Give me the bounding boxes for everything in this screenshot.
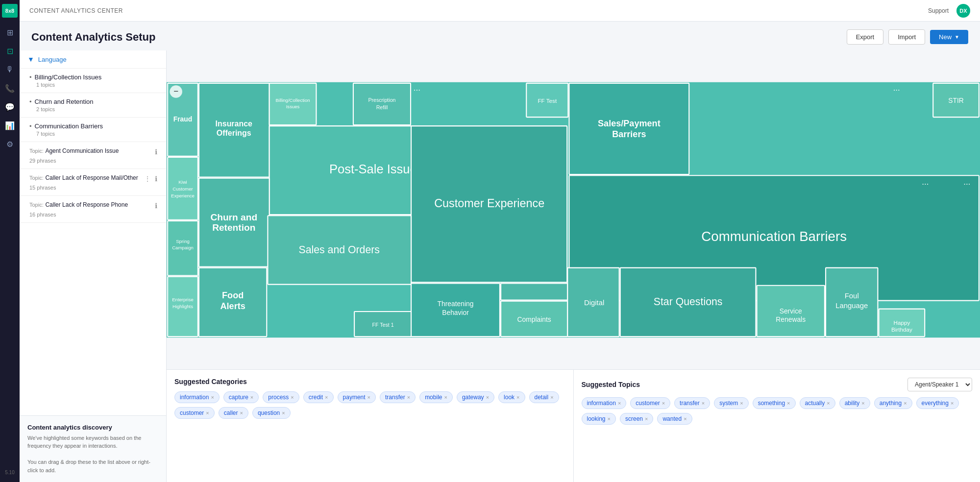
tag-system[interactable]: system × <box>714 397 748 409</box>
tag-ability[interactable]: ability × <box>839 397 870 409</box>
new-button-caret: ▼ <box>955 34 959 40</box>
svg-text:Foul: Foul <box>845 292 859 300</box>
export-button[interactable]: Export <box>847 29 884 45</box>
tag-remove-system[interactable]: × <box>740 400 743 406</box>
tag-information-cat[interactable]: information × <box>174 391 220 403</box>
sidebar-group-churn[interactable]: Churn and Retention 2 topics <box>20 93 166 118</box>
tag-remove-actually[interactable]: × <box>827 400 830 406</box>
svg-text:Behavior: Behavior <box>442 309 469 316</box>
tag-remove-look[interactable]: × <box>516 394 519 400</box>
nav-icon-chart[interactable]: 📊 <box>2 118 18 133</box>
tag-information-top[interactable]: information × <box>582 397 627 409</box>
tag-process[interactable]: process × <box>263 391 299 403</box>
tag-anything[interactable]: anything × <box>874 397 912 409</box>
main-area: CONTENT ANALYTICS CENTER Support DX Cont… <box>20 0 980 482</box>
tag-question[interactable]: question × <box>252 407 291 419</box>
tag-remove-ability[interactable]: × <box>861 400 864 406</box>
tag-remove-anything[interactable]: × <box>904 400 906 406</box>
tag-remove-screen[interactable]: × <box>645 416 648 422</box>
nav-icon-analytics[interactable]: ⊡ <box>2 43 18 59</box>
tag-remove-customer-top[interactable]: × <box>662 400 665 406</box>
tag-everything[interactable]: everything × <box>916 397 959 409</box>
svg-text:Prescription: Prescription <box>368 97 395 103</box>
svg-text:Customer: Customer <box>172 186 193 192</box>
tag-remove-caller[interactable]: × <box>240 410 243 416</box>
new-button[interactable]: New ▼ <box>930 30 968 44</box>
tag-customer-top[interactable]: customer × <box>630 397 670 409</box>
svg-text:Offerings: Offerings <box>217 129 251 137</box>
tag-looking[interactable]: looking × <box>582 413 616 425</box>
sidebar-topic-0[interactable]: Topic: Agent Communication Issue ℹ 29 ph… <box>20 142 166 169</box>
svg-text:Renewals: Renewals <box>776 315 806 323</box>
language-filter[interactable]: ▼ Language <box>20 50 166 69</box>
tag-transfer[interactable]: transfer × <box>380 391 416 403</box>
tag-remove-looking[interactable]: × <box>608 416 611 422</box>
tag-screen[interactable]: screen × <box>620 413 653 425</box>
suggested-topics-panel: Suggested Topics Agent/Speaker 1 Agent/S… <box>574 370 980 482</box>
tag-remove-everything[interactable]: × <box>951 400 954 406</box>
tag-remove-capture[interactable]: × <box>250 394 253 400</box>
tag-remove-gateway[interactable]: × <box>486 394 489 400</box>
sidebar-group-comm[interactable]: Communication Barriers 7 topics <box>20 118 166 142</box>
svg-text:···: ··· <box>963 179 970 189</box>
sidebar-group-billing[interactable]: Billing/Collection Issues 1 topics <box>20 69 166 93</box>
tag-gateway[interactable]: gateway × <box>457 391 494 403</box>
tag-remove-information-cat[interactable]: × <box>211 394 214 400</box>
tag-remove-information-top[interactable]: × <box>618 400 621 406</box>
top-bar: CONTENT ANALYTICS CENTER Support DX <box>20 0 980 22</box>
svg-text:Refill: Refill <box>376 104 388 110</box>
tag-remove-something[interactable]: × <box>787 400 790 406</box>
info-button-0[interactable]: ℹ <box>154 147 158 157</box>
tag-wanted[interactable]: wanted × <box>657 413 692 425</box>
tag-remove-transfer-top[interactable]: × <box>702 400 705 406</box>
treemap-svg: Fraud Insurance Offerings Billing/Collec… <box>167 50 980 369</box>
top-bar-right: Support DX <box>928 4 970 18</box>
info-button-2[interactable]: ℹ <box>154 201 158 211</box>
tag-detail[interactable]: detail × <box>529 391 559 403</box>
sidebar-topic-2[interactable]: Topic: Caller Lack of Response Phone ℹ 1… <box>20 196 166 223</box>
topic-label-2: Topic: <box>29 202 44 208</box>
info-button-1[interactable]: ℹ <box>154 174 158 184</box>
tag-remove-credit[interactable]: × <box>325 394 328 400</box>
tag-remove-mobile[interactable]: × <box>444 394 447 400</box>
nav-icon-chat[interactable]: 💬 <box>2 99 18 115</box>
support-link[interactable]: Support <box>928 7 949 14</box>
discovery-description: We've highlighted some keywords based on… <box>27 434 158 475</box>
categories-tags: information × capture × process × <box>174 391 565 419</box>
tag-remove-transfer[interactable]: × <box>407 394 410 400</box>
tag-customer-cat[interactable]: customer × <box>174 407 215 419</box>
app-logo[interactable]: 8x8 <box>2 4 18 18</box>
tag-remove-customer-cat[interactable]: × <box>206 410 209 416</box>
svg-text:Sales and Orders: Sales and Orders <box>298 244 379 256</box>
sidebar-topic-1[interactable]: Topic: Caller Lack of Response Mail/Othe… <box>20 169 166 196</box>
menu-button-1[interactable]: ⋮ <box>143 174 152 184</box>
tag-credit[interactable]: credit × <box>303 391 334 403</box>
tag-mobile[interactable]: mobile × <box>419 391 453 403</box>
tag-remove-detail[interactable]: × <box>550 394 553 400</box>
treemap-container[interactable]: Fraud Insurance Offerings Billing/Collec… <box>167 50 980 369</box>
nav-icon-phone[interactable]: 📞 <box>2 80 18 96</box>
group-count-billing: 1 topics <box>29 82 158 88</box>
tag-remove-payment[interactable]: × <box>368 394 370 400</box>
tag-remove-process[interactable]: × <box>291 394 294 400</box>
nav-icon-grid[interactable]: ⊞ <box>2 24 18 40</box>
svg-text:Service: Service <box>780 307 802 315</box>
tag-transfer-top[interactable]: transfer × <box>674 397 710 409</box>
speaker-dropdown[interactable]: Agent/Speaker 1 Agent/Speaker 2 All <box>907 378 972 391</box>
sidebar: ▼ Language Billing/Collection Issues 1 t… <box>20 50 167 482</box>
version-label: 5.10 <box>5 470 14 478</box>
tag-something[interactable]: something × <box>753 397 796 409</box>
body-split: ▼ Language Billing/Collection Issues 1 t… <box>20 50 980 482</box>
nav-icon-mic[interactable]: 🎙 <box>2 62 18 77</box>
svg-text:Enterprise: Enterprise <box>172 297 194 302</box>
tag-remove-question[interactable]: × <box>282 410 285 416</box>
nav-icon-settings[interactable]: ⚙ <box>2 136 18 152</box>
tag-capture[interactable]: capture × <box>223 391 259 403</box>
tag-actually[interactable]: actually × <box>800 397 835 409</box>
tag-payment[interactable]: payment × <box>338 391 376 403</box>
tag-remove-wanted[interactable]: × <box>684 416 686 422</box>
user-avatar[interactable]: DX <box>956 4 970 18</box>
tag-look[interactable]: look × <box>498 391 525 403</box>
import-button[interactable]: Import <box>888 29 925 45</box>
tag-caller[interactable]: caller × <box>219 407 248 419</box>
